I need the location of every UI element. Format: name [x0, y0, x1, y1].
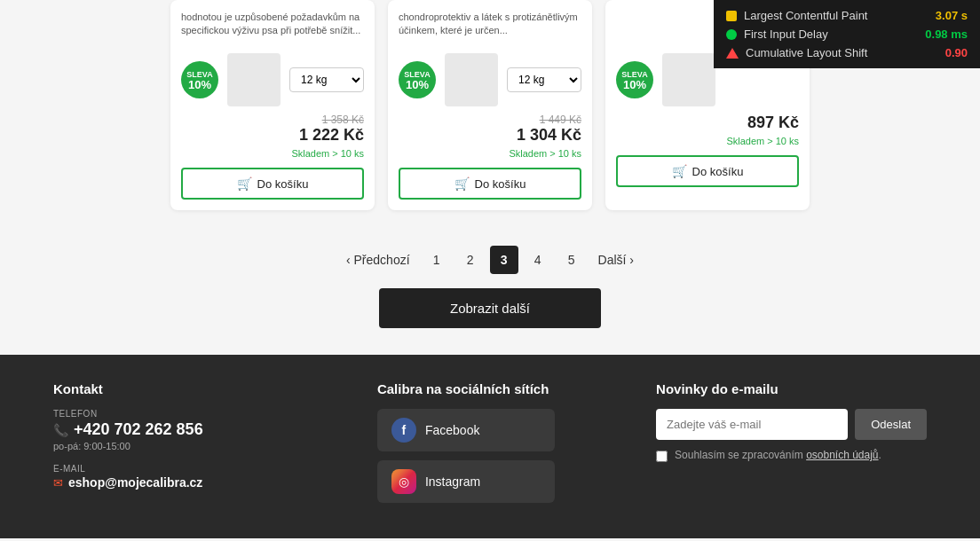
price-original-2: 1 449 Kč: [399, 114, 581, 126]
lcp-value: 3.07 s: [936, 9, 968, 22]
sleva-label-1: SLEVA: [186, 70, 212, 79]
fid-icon: [726, 29, 737, 40]
add-to-cart-label-1: Do košíku: [257, 177, 309, 191]
lcp-label: Largest Contentful Paint: [744, 9, 929, 22]
main-content: hodnotou je uzpůsobené požadavkům na spe…: [0, 0, 980, 541]
card-image-row-1: SLEVA 10% 12 kg 6 kg 3 kg: [181, 53, 364, 106]
price-current-1: 1 222 Kč: [181, 126, 364, 145]
phone-row: 📞 +420 702 262 856: [53, 420, 324, 439]
cls-icon: [726, 48, 739, 59]
instagram-label: Instagram: [425, 474, 480, 489]
sleva-label-2: SLEVA: [404, 70, 430, 79]
price-section-2: 1 449 Kč 1 304 Kč: [399, 114, 581, 145]
stock-text-2: Skladem > 10 ks: [399, 148, 581, 159]
product-description-1: hodnotou je uzpůsobené požadavkům na spe…: [181, 11, 364, 46]
fid-value: 0.98 ms: [925, 27, 968, 41]
fid-row: First Input Delay 0.98 ms: [726, 27, 968, 41]
phone-icon: 📞: [53, 423, 68, 437]
add-to-cart-label-2: Do košíku: [475, 177, 526, 191]
sleva-pct-3: 10%: [623, 79, 646, 90]
stock-text-1: Skladem > 10 ks: [181, 148, 364, 159]
product-description-2: chondroprotektiv a látek s protizánětliv…: [399, 11, 581, 46]
facebook-button[interactable]: f Facebook: [377, 409, 555, 451]
price-current-2: 1 304 Kč: [399, 126, 581, 145]
show-more-button[interactable]: Zobrazit další: [379, 288, 601, 328]
cls-value: 0.90: [945, 46, 968, 59]
kontakt-title: Kontakt: [53, 381, 324, 396]
phone-hours: po-pá: 9:00-15:00: [53, 441, 324, 451]
footer: Kontakt TELEFON 📞 +420 702 262 856 po-pá…: [0, 355, 980, 538]
price-section-3: 897 Kč: [616, 114, 799, 132]
sleva-label-3: SLEVA: [621, 70, 647, 79]
add-to-cart-button-3[interactable]: 🛒 Do košíku: [616, 155, 799, 187]
weight-select-1[interactable]: 12 kg 6 kg 3 kg: [289, 67, 364, 92]
sleva-badge-2: SLEVA 10%: [399, 61, 436, 98]
newsletter-email-input[interactable]: [656, 409, 848, 440]
footer-social: Calibra na sociálních sítích f Facebook …: [377, 381, 603, 512]
phone-number: +420 702 262 856: [74, 420, 203, 439]
gdpr-link[interactable]: osobních údajů: [806, 449, 878, 461]
cart-icon-2: 🛒: [454, 176, 470, 191]
sleva-badge-3: SLEVA 10%: [616, 61, 653, 98]
pagination: ‹ Předchozí 1 2 3 4 5 Další ›: [0, 246, 980, 274]
social-title: Calibra na sociálních sítích: [377, 381, 603, 396]
phone-label: TELEFON: [53, 409, 324, 419]
gdpr-checkbox[interactable]: [656, 451, 668, 462]
gdpr-text: Souhlasím se zpracováním osobních údajů.: [675, 449, 881, 461]
sleva-pct-1: 10%: [188, 79, 211, 90]
product-card-1: hodnotou je uzpůsobené požadavkům na spe…: [170, 0, 375, 210]
newsletter-title: Novinky do e-mailu: [656, 381, 927, 396]
gdpr-row: Souhlasím se zpracováním osobních údajů.: [656, 449, 927, 462]
price-section-1: 1 358 Kč 1 222 Kč: [181, 114, 364, 145]
page-3-button[interactable]: 3: [490, 246, 518, 274]
add-to-cart-button-2[interactable]: 🛒 Do košíku: [399, 168, 581, 200]
email-label: E-MAIL: [53, 464, 324, 474]
footer-kontakt: Kontakt TELEFON 📞 +420 702 262 856 po-pá…: [53, 381, 324, 512]
price-original-1: 1 358 Kč: [181, 114, 364, 126]
sleva-pct-2: 10%: [406, 79, 429, 90]
instagram-button[interactable]: ◎ Instagram: [377, 460, 555, 503]
card-image-row-2: SLEVA 10% 12 kg 6 kg 3 kg: [399, 53, 581, 106]
fid-label: First Input Delay: [744, 27, 918, 41]
newsletter-input-row: Odeslat: [656, 409, 927, 440]
weight-select-2[interactable]: 12 kg 6 kg 3 kg: [507, 67, 581, 92]
newsletter-send-button[interactable]: Odeslat: [855, 409, 927, 440]
product-image-1: [227, 53, 281, 106]
cart-icon-3: 🛒: [672, 164, 687, 178]
product-image-2: [445, 53, 498, 106]
email-address: eshop@mojecalibra.cz: [68, 475, 202, 490]
instagram-icon: ◎: [391, 469, 416, 494]
next-page-button[interactable]: Další ›: [591, 247, 641, 272]
cls-label: Cumulative Layout Shift: [746, 46, 938, 59]
page-5-button[interactable]: 5: [557, 246, 586, 274]
show-more-section: Zobrazit další: [0, 288, 980, 328]
cart-icon-1: 🛒: [237, 176, 252, 191]
add-to-cart-button-1[interactable]: 🛒 Do košíku: [181, 168, 364, 200]
stock-text-3: Skladem > 10 ks: [616, 136, 799, 146]
cls-row: Cumulative Layout Shift 0.90: [726, 46, 968, 59]
email-icon: ✉: [53, 476, 63, 490]
product-image-3: [662, 53, 715, 106]
facebook-icon: f: [391, 418, 416, 443]
add-to-cart-label-3: Do košíku: [692, 165, 744, 178]
lcp-icon: [726, 11, 737, 21]
page-1-button[interactable]: 1: [423, 246, 451, 274]
footer-newsletter: Novinky do e-mailu Odeslat Souhlasím se …: [656, 381, 927, 512]
product-card-2: chondroprotektiv a látek s protizánětliv…: [388, 0, 592, 210]
price-current-3: 897 Kč: [616, 114, 799, 132]
prev-page-button[interactable]: ‹ Předchozí: [339, 247, 417, 272]
email-row: ✉ eshop@mojecalibra.cz: [53, 475, 324, 490]
sleva-badge-1: SLEVA 10%: [181, 61, 218, 98]
page-2-button[interactable]: 2: [456, 246, 485, 274]
facebook-label: Facebook: [425, 423, 479, 437]
lcp-row: Largest Contentful Paint 3.07 s: [726, 9, 968, 22]
performance-overlay: Largest Contentful Paint 3.07 s First In…: [714, 0, 980, 68]
page-4-button[interactable]: 4: [524, 246, 552, 274]
